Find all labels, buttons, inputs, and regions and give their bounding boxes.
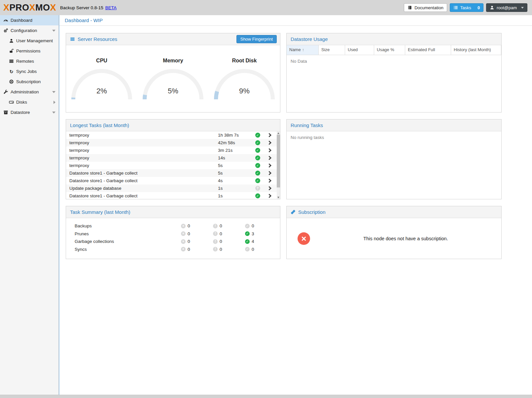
status-ok-icon: ✓ <box>255 155 260 160</box>
chevron-right-icon[interactable] <box>267 163 271 168</box>
warning-count-icon: ! <box>213 224 218 228</box>
server-resources-panel: Server Resources Show Fingerprint CPU2%M… <box>66 33 280 113</box>
error-cross-icon: × <box>298 232 310 245</box>
column-header-label: Size <box>321 47 330 52</box>
sidebar-item-subscription[interactable]: Subscription <box>0 77 58 87</box>
task-summary-header: Task Summary (last Month) <box>66 206 280 218</box>
task-row[interactable]: termproxy3m 21s✓ <box>66 147 277 154</box>
task-row[interactable]: termproxy14s✓ <box>66 154 277 162</box>
chevron-right-icon[interactable] <box>267 133 271 137</box>
svg-text:5%: 5% <box>168 87 178 95</box>
ok-count-icon: ✓ <box>245 231 250 236</box>
task-row[interactable]: termproxy5s✓ <box>66 162 277 169</box>
summary-row-garbage-collections: Garbage collections×0!0✓4 <box>66 238 280 246</box>
column-header-history-last-month[interactable]: History (last Month) <box>451 45 501 55</box>
beta-link[interactable]: BETA <box>105 5 117 10</box>
task-duration: 4s <box>218 178 253 183</box>
sidebar-item-configuration[interactable]: Configuration <box>0 25 58 36</box>
task-row[interactable]: Datastore store1 - Garbage collect5s✓ <box>66 169 277 177</box>
task-name: termproxy <box>69 163 218 168</box>
subscription-body: × This node does not have a subscription… <box>287 218 501 259</box>
sidebar-item-user-management[interactable]: User Management <box>0 36 58 46</box>
sidebar-item-sync-jobs[interactable]: ↻Sync Jobs <box>0 66 58 77</box>
sidebar: DashboardConfigurationUser ManagementPer… <box>0 15 59 395</box>
bottom-bar <box>0 395 532 398</box>
ok-count: 3 <box>252 230 254 238</box>
longest-tasks-list: termproxy1h 38m 7s✓termproxy42m 58s✓term… <box>66 131 280 199</box>
wrench-icon <box>3 89 8 94</box>
running-tasks-empty-text: No running tasks <box>287 131 501 144</box>
subscription-panel: Subscription × This node does not have a… <box>286 206 502 259</box>
sync-icon: ↻ <box>9 69 14 74</box>
datastore-usage-panel: Datastore Usage Name↑SizeUsedUsage %Esti… <box>286 33 502 113</box>
sidebar-item-disks[interactable]: Disks <box>0 97 58 107</box>
chevron-right-icon[interactable] <box>267 186 271 190</box>
svg-text:2%: 2% <box>96 87 107 95</box>
chevron-right-icon[interactable] <box>267 141 271 145</box>
proxmox-logo: XPROXMOX <box>3 3 56 12</box>
sidebar-item-label: Permissions <box>16 49 41 53</box>
warning-count: 0 <box>220 238 222 246</box>
task-row[interactable]: termproxy42m 58s✓ <box>66 139 277 147</box>
error-count: 0 <box>188 238 190 246</box>
summary-row-prunes: Prunes×0!0✓3 <box>66 230 280 238</box>
longest-tasks-panel: Longest Tasks (last Month) termproxy1h 3… <box>66 119 280 199</box>
unlock-icon <box>9 49 14 53</box>
logo-letter: O <box>22 3 29 12</box>
task-duration: 42m 58s <box>218 140 253 145</box>
scrollbar-thumb[interactable] <box>277 135 280 187</box>
task-row[interactable]: Datastore store1 - Garbage collect1s✓ <box>66 192 277 199</box>
chevron-right-icon[interactable] <box>267 156 271 160</box>
sidebar-item-remotes[interactable]: Remotes <box>0 56 58 66</box>
column-header-estimated-full[interactable]: Estimated Full <box>405 45 451 55</box>
chevron-right-icon[interactable] <box>267 194 271 198</box>
tasks-count-badge: 0 <box>478 5 480 10</box>
status-ok-icon: ✓ <box>255 193 260 198</box>
sidebar-item-permissions[interactable]: Permissions <box>0 46 58 56</box>
warning-count: 0 <box>220 230 222 238</box>
tasks-button[interactable]: Tasks 0 <box>450 3 483 12</box>
status-ok-icon: ✓ <box>255 140 260 145</box>
logo-letter: R <box>16 3 22 12</box>
scrollbar[interactable] <box>277 131 280 199</box>
task-name: Datastore store1 - Garbage collect <box>69 193 218 198</box>
task-row[interactable]: Update package database1s? <box>66 184 277 192</box>
running-tasks-header: Running Tasks <box>287 119 501 131</box>
task-row[interactable]: Datastore store1 - Garbage collect4s✓ <box>66 177 277 184</box>
datastore-empty-text: No Data <box>287 55 501 67</box>
disk-icon <box>9 100 14 105</box>
sidebar-item-label: Subscription <box>16 79 41 84</box>
column-header-used[interactable]: Used <box>345 45 374 55</box>
show-fingerprint-button[interactable]: Show Fingerprint <box>236 35 277 43</box>
task-summary-panel: Task Summary (last Month) Backups×0!0✓0P… <box>66 206 280 259</box>
column-header-name[interactable]: Name↑ <box>287 45 319 55</box>
column-header-size[interactable]: Size <box>319 45 345 55</box>
chevron-right-icon[interactable] <box>267 179 271 183</box>
summary-row-syncs: Syncs×0!0✓0 <box>66 246 280 253</box>
task-row[interactable]: termproxy1h 38m 7s✓ <box>66 131 277 139</box>
error-count-icon: × <box>181 231 186 236</box>
documentation-label: Documentation <box>414 5 443 10</box>
summary-label: Backups <box>66 223 92 228</box>
sidebar-item-dashboard[interactable]: Dashboard <box>0 15 58 25</box>
scrollbar-up-button[interactable] <box>277 131 280 135</box>
status-unknown-icon: ? <box>255 186 260 191</box>
sidebar-item-administration[interactable]: Administration <box>0 87 58 97</box>
sidebar-item-label: Disks <box>16 100 27 105</box>
error-count-icon: × <box>181 239 186 244</box>
sidebar-item-label: User Management <box>16 38 53 43</box>
scrollbar-down-button[interactable] <box>277 196 280 199</box>
chevron-down-icon <box>521 7 524 9</box>
main-content: Dashboard - WIP Server Resources Show Fi… <box>59 15 532 395</box>
task-summary-title: Task Summary (last Month) <box>70 209 130 215</box>
sidebar-item-datastore[interactable]: Datastore <box>0 107 58 117</box>
svg-text:9%: 9% <box>239 87 250 95</box>
documentation-button[interactable]: Documentation <box>404 3 447 12</box>
logo-letter: X <box>3 3 10 12</box>
column-header-usage[interactable]: Usage % <box>374 45 405 55</box>
user-label: root@pam <box>497 5 517 10</box>
chevron-right-icon[interactable] <box>267 171 271 175</box>
chevron-right-icon[interactable] <box>267 148 271 152</box>
user-menu-button[interactable]: root@pam <box>486 3 527 12</box>
logo-letter: X <box>50 3 56 12</box>
